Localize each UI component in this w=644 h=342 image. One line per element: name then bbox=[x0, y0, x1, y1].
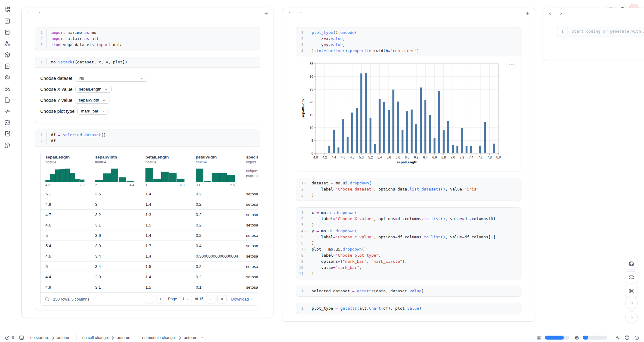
cell-imports[interactable]: 1import marimo as mo2import altair as al… bbox=[35, 27, 260, 50]
column-header-petalWidth[interactable]: petalWidthfloat640.12.5 bbox=[191, 154, 242, 189]
table-header-row: sepalLengthfloat644.37.9sepalWidthfloat6… bbox=[41, 151, 258, 189]
file-tree-icon[interactable] bbox=[4, 7, 10, 13]
fold-chevron-icon[interactable]: ⌄ bbox=[303, 30, 307, 36]
column-header-sepalWidth[interactable]: sepalWidthfloat6424.4 bbox=[91, 154, 141, 189]
package-icon[interactable] bbox=[4, 52, 10, 58]
chevron-left-icon[interactable] bbox=[27, 11, 31, 16]
code-editor[interactable]: 1df = selected_dataset()2df bbox=[35, 130, 260, 146]
activity-icon[interactable] bbox=[4, 108, 10, 114]
add-cell-icon[interactable] bbox=[525, 11, 530, 16]
stop-button[interactable] bbox=[625, 297, 638, 309]
fold-chevron-icon[interactable]: ⌄ bbox=[303, 210, 307, 216]
code-line: 1⌄x = mo.ui.dropdown( bbox=[296, 210, 521, 216]
generate-link[interactable]: generate bbox=[610, 29, 629, 34]
scratchpad-placeholder[interactable]: Start coding or generate with AI bbox=[567, 28, 644, 34]
code-editor[interactable]: 1import marimo as mo2import altair as al… bbox=[35, 27, 260, 50]
code-editor[interactable]: 1plot_type = getattr(alt.Chart(df), plot… bbox=[296, 303, 521, 314]
next-page-button[interactable] bbox=[206, 295, 215, 303]
scroll-icon[interactable] bbox=[4, 63, 10, 69]
code-editor[interactable]: 1mo.vstack([dataset, x, y, plot]) bbox=[35, 57, 260, 67]
table-row[interactable]: 4.93.11.50.1setosa bbox=[41, 282, 258, 292]
save-icon bbox=[629, 261, 634, 266]
copilot-icon[interactable] bbox=[624, 335, 630, 340]
column-dtype: float64 bbox=[196, 160, 242, 164]
table-cell: 0.2 bbox=[191, 264, 242, 269]
code-line: 11) bbox=[296, 271, 521, 277]
previous-page-button[interactable] bbox=[156, 295, 165, 303]
column-header-sepalLength[interactable]: sepalLengthfloat644.37.9 bbox=[41, 154, 91, 189]
connection-status-icon[interactable] bbox=[634, 335, 639, 340]
dropdown-label: Choose plot type bbox=[40, 109, 75, 114]
page-select[interactable]: 1 bbox=[180, 296, 192, 302]
run-button[interactable] bbox=[625, 311, 638, 323]
dropdown-label: Choose Y value bbox=[40, 98, 72, 103]
table-row[interactable]: 4.42.91.40.2setosa bbox=[41, 272, 258, 282]
table-row[interactable]: 5.43.91.70.4setosa bbox=[41, 240, 258, 251]
chevron-left-icon[interactable] bbox=[287, 11, 292, 16]
chevron-right-icon[interactable] bbox=[38, 11, 42, 16]
histogram-bar bbox=[103, 173, 111, 182]
fold-chevron-icon[interactable]: ⌄ bbox=[303, 180, 307, 186]
terminal-button[interactable] bbox=[19, 335, 24, 340]
table-row[interactable]: 53.41.50.2setosa bbox=[41, 261, 258, 272]
cell-scratchpad[interactable]: 1 Start coding or generate with AI bbox=[556, 26, 644, 37]
histogram-bar bbox=[127, 181, 134, 182]
chart-actions-button[interactable] bbox=[506, 59, 516, 69]
cell-selected-dataset[interactable]: 1selected_dataset = getattr(data, datase… bbox=[296, 286, 521, 297]
run-mode-2[interactable]: on cell change:autorun bbox=[82, 335, 131, 340]
choose-dataset-select[interactable]: iris bbox=[75, 75, 147, 82]
column-dtype: float64 bbox=[95, 160, 141, 164]
code-editor[interactable]: 1⌄x = mo.ui.dropdown(2 label="Choose X v… bbox=[296, 208, 521, 279]
code-editor[interactable]: 1selected_dataset = getattr(data, datase… bbox=[296, 286, 521, 296]
run-mode-value: autorun bbox=[117, 335, 130, 340]
add-cell-icon[interactable] bbox=[264, 11, 269, 16]
file-text-icon[interactable] bbox=[4, 97, 10, 103]
save-button[interactable] bbox=[625, 258, 638, 269]
cell-df[interactable]: 1df = selected_dataset()2dfsepalLengthfl… bbox=[35, 130, 260, 310]
chevron-right-icon[interactable] bbox=[298, 11, 302, 16]
table-row[interactable]: 4.931.40.2setosa bbox=[41, 199, 258, 209]
cell-plot-type[interactable]: 1plot_type = getattr(alt.Chart(df), plot… bbox=[296, 303, 521, 314]
function-square-icon[interactable] bbox=[4, 18, 10, 24]
cell-xy-dropdowns[interactable]: 1⌄x = mo.ui.dropdown(2 label="Choose X v… bbox=[296, 207, 521, 279]
text-search-icon[interactable] bbox=[4, 86, 10, 92]
table-row[interactable]: 53.61.40.2setosa bbox=[41, 230, 258, 240]
errors-indicator[interactable]: 0 bbox=[5, 335, 14, 340]
fold-chevron-icon[interactable]: ⌄ bbox=[303, 246, 307, 252]
table-row[interactable]: 4.63.11.50.2setosa bbox=[41, 220, 258, 230]
run-mode-1[interactable]: on startup:autorun bbox=[30, 335, 70, 340]
code-editor[interactable]: 1⌄dataset = mo.ui.dropdown(2 label="Choo… bbox=[296, 178, 521, 201]
keyboard-shortcuts-button[interactable]: ⌘ bbox=[625, 285, 638, 297]
chevron-right-icon[interactable] bbox=[559, 11, 563, 16]
fold-chevron-icon[interactable]: ⌄ bbox=[303, 228, 307, 234]
download-button[interactable]: Download bbox=[231, 297, 254, 301]
layout-button[interactable] bbox=[625, 271, 638, 283]
choose-y-value-select[interactable]: sepalWidth bbox=[75, 97, 109, 104]
snippets-icon[interactable] bbox=[4, 119, 10, 126]
table-row[interactable]: 5.13.51.40.2setosa bbox=[41, 189, 258, 199]
column-header-petalLength[interactable]: petalLengthfloat6416.9 bbox=[141, 154, 191, 189]
chat-bot-icon[interactable] bbox=[4, 74, 10, 80]
run-mode-3[interactable]: on module change:autorun bbox=[142, 335, 204, 340]
column-header-species[interactable]: speciesobjectunique: 3nulls: 0 bbox=[242, 154, 258, 189]
cell-plot[interactable]: 1⌄plot_type().encode(2 x=x.value,3 y=y.v… bbox=[296, 27, 521, 171]
first-page-button[interactable] bbox=[145, 295, 154, 303]
choose-x-value-select[interactable]: sepalLength bbox=[75, 86, 112, 93]
hist-min: 2 bbox=[95, 183, 97, 187]
notebook-pen-icon[interactable] bbox=[4, 131, 10, 137]
cell-dataset-dropdown[interactable]: 1⌄dataset = mo.ui.dropdown(2 label="Choo… bbox=[296, 178, 521, 201]
code-editor[interactable]: 1⌄plot_type().encode(2 x=x.value,3 y=y.v… bbox=[296, 27, 521, 56]
last-page-button[interactable] bbox=[217, 295, 227, 303]
help-circle-icon[interactable] bbox=[4, 142, 10, 148]
table-row[interactable]: 4.63.41.40.30000000000000004setosa bbox=[41, 251, 258, 261]
dependency-graph-icon[interactable] bbox=[4, 41, 10, 47]
table-row[interactable]: 4.73.21.30.2setosa bbox=[41, 209, 258, 220]
ai-sparkles-icon[interactable] bbox=[615, 335, 620, 340]
choose-plot-type-select[interactable]: mark_bar bbox=[77, 108, 109, 115]
cell-vstack[interactable]: 1mo.vstack([dataset, x, y, plot])Choose … bbox=[35, 57, 260, 123]
search-icon[interactable] bbox=[45, 297, 49, 301]
line-number: 9 bbox=[296, 258, 307, 265]
database-icon[interactable] bbox=[4, 29, 10, 35]
altair-bar-chart[interactable]: 051015202530354.04.24.44.64.85.05.25.45.… bbox=[301, 61, 506, 166]
chevron-left-icon[interactable] bbox=[548, 11, 552, 16]
